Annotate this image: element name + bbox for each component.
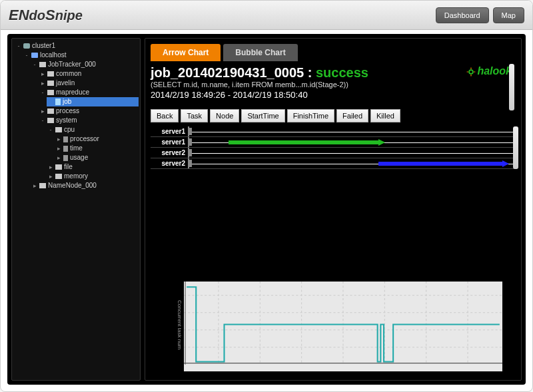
folder-icon: [47, 81, 54, 86]
task-arrow[interactable]: [229, 139, 385, 146]
halook-logo: halook: [466, 65, 512, 77]
host-icon: [31, 53, 38, 58]
starttime-button[interactable]: StartTime: [241, 109, 284, 122]
gantt-row-label: server1: [151, 137, 189, 147]
folder-icon: [55, 127, 62, 132]
file-icon: [63, 155, 68, 161]
tree-node-usage[interactable]: ▸usage: [55, 153, 139, 162]
concurrent-chart: Concurrent task num time [Date]: [184, 282, 502, 368]
finishtime-button[interactable]: FinishTime: [287, 109, 334, 122]
folder-icon: [39, 183, 46, 188]
gantt-row: server1: [151, 126, 516, 137]
tree-node-file[interactable]: ▸file: [47, 162, 139, 172]
chart-ylabel: Concurrent task num: [175, 282, 183, 368]
database-icon: [23, 43, 30, 49]
folder-icon: [47, 118, 54, 123]
scrollbar-vertical[interactable]: [513, 126, 518, 169]
gantt-row: server2: [151, 158, 516, 169]
back-button[interactable]: Back: [151, 109, 179, 122]
task-arrow[interactable]: [378, 160, 509, 167]
sort-toolbar: BackTaskNodeStartTimeFinishTimeFailedKil…: [151, 109, 516, 122]
gantt-row: server1: [151, 137, 516, 148]
failed-button[interactable]: Failed: [336, 109, 368, 122]
map-button[interactable]: Map: [493, 7, 524, 23]
job-status: success: [316, 65, 368, 80]
gantt-row-label: server1: [151, 126, 189, 136]
gantt-track: [189, 158, 516, 168]
tree-node-processor[interactable]: ▸processor: [55, 134, 139, 144]
svg-point-0: [470, 70, 474, 74]
task-button[interactable]: Task: [181, 109, 208, 122]
gantt-track: [189, 137, 516, 147]
gantt-row: server2: [151, 148, 516, 158]
top-bar: ENdoSnipe Dashboard Map: [1, 1, 532, 30]
gantt-track: [189, 148, 516, 158]
page-icon: [55, 98, 61, 105]
job-id: job_201402190431_0005: [151, 65, 304, 80]
tree-node-time[interactable]: ▸time: [55, 144, 139, 153]
tab-bubble-chart[interactable]: Bubble Chart: [223, 44, 297, 61]
tree-node-javelin[interactable]: ▸javelin: [39, 79, 139, 88]
tree-node-namenode[interactable]: ▸NameNode_000: [31, 181, 139, 190]
app-logo: ENdoSnipe: [9, 7, 83, 24]
killed-button[interactable]: Killed: [370, 109, 400, 122]
tree-node-cpu[interactable]: -cpu: [47, 125, 139, 134]
tree-node-host[interactable]: -localhost: [23, 51, 139, 60]
tree-node-common[interactable]: ▸common: [39, 69, 139, 79]
gantt-area: server1server1server2server2: [151, 126, 516, 186]
main-panel: Arrow Chart Bubble Chart halook job_2014…: [145, 38, 522, 381]
tree-node-process[interactable]: ▸process: [39, 106, 139, 116]
folder-icon: [47, 108, 54, 114]
tree-node-jobtracker[interactable]: -JobTracker_000: [31, 60, 139, 69]
tree-node-system[interactable]: -system: [39, 116, 139, 125]
file-icon: [63, 136, 68, 142]
gantt-track: [189, 126, 516, 136]
folder-icon: [47, 90, 54, 95]
tree-node-memory[interactable]: ▸memory: [47, 172, 139, 181]
tab-arrow-chart[interactable]: Arrow Chart: [151, 44, 221, 61]
job-header: halook job_201402190431_0005 : success (…: [151, 64, 516, 105]
sidebar-tree: -cluster1 -localhost -JobTracker_000 ▸co…: [11, 38, 141, 381]
scrollbar-vertical[interactable]: [509, 64, 514, 110]
folder-icon: [55, 164, 62, 170]
gantt-row-label: server2: [151, 158, 189, 168]
folder-icon: [55, 174, 62, 179]
folder-icon: [39, 62, 46, 67]
folder-icon: [47, 71, 54, 77]
gantt-row-label: server2: [151, 148, 189, 158]
job-query: (SELECT m.id, m.name, i.item FROM memb..…: [151, 81, 516, 89]
job-time-range: 2014/2/19 18:49:26 - 2014/2/19 18:50:40: [151, 90, 516, 100]
tree-node-cluster[interactable]: -cluster1: [15, 41, 139, 51]
tree-node-mapreduce[interactable]: -mapreduce: [39, 88, 139, 97]
node-button[interactable]: Node: [210, 109, 239, 122]
gear-icon: [466, 67, 476, 77]
tree-node-job-selected[interactable]: job: [47, 97, 139, 106]
dashboard-button[interactable]: Dashboard: [436, 7, 489, 23]
file-icon: [63, 146, 68, 152]
